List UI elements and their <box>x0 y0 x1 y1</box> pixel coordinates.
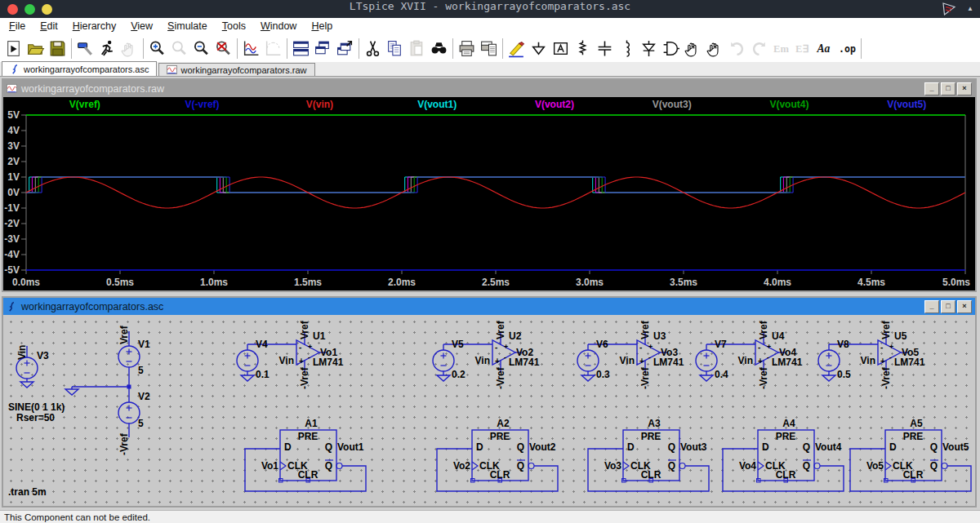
paste-button[interactable] <box>406 37 428 60</box>
pin-qbar: Q <box>517 460 524 472</box>
menu-edit[interactable]: Edit <box>33 20 65 32</box>
menu-file[interactable]: File <box>2 20 33 32</box>
run-button[interactable] <box>96 37 118 60</box>
ground-button[interactable] <box>528 37 550 60</box>
sch-label: - <box>504 353 506 361</box>
inductor-button[interactable] <box>616 37 638 60</box>
x-tick-label: 4.0ms <box>764 277 791 288</box>
collapse-arrow-icon[interactable]: ▲ <box>967 5 973 12</box>
print-preview-icon <box>479 39 498 58</box>
waveform-window-titlebar[interactable]: workingarrayofcomparators.raw _ □ × <box>3 80 975 97</box>
spice-directive-button[interactable]: .op <box>836 37 858 60</box>
sch-label: + <box>639 357 644 366</box>
zoom-fit-button[interactable] <box>212 37 234 60</box>
close-button[interactable]: × <box>957 300 972 313</box>
trace-V(vout4) <box>26 177 965 193</box>
text-button[interactable]: Aa <box>814 37 836 60</box>
halt-button[interactable] <box>118 37 140 60</box>
plot-area[interactable]: 5V4V3V2V1V0V-1V-2V-3V-4V-5V0.0ms0.5ms1.0… <box>3 97 975 290</box>
maximize-button[interactable]: □ <box>941 300 956 313</box>
schematic-window-titlebar[interactable]: workingarrayofcomparators.asc _ □ × <box>3 298 975 315</box>
waveform-file-icon <box>7 83 17 94</box>
pin-clr: CLR <box>490 469 510 481</box>
save-button[interactable] <box>47 37 69 60</box>
opamp-vin-label: Vin <box>279 355 294 366</box>
minimize-button[interactable]: _ <box>924 82 939 95</box>
diode-button[interactable] <box>638 37 660 60</box>
threshold-value: 0.5 <box>837 369 851 380</box>
tab-waveform[interactable]: workingarrayofcomparators.raw <box>158 63 314 76</box>
menu-simulate[interactable]: Simulate <box>160 20 215 32</box>
close-button[interactable]: × <box>957 82 972 95</box>
drag-icon <box>706 39 724 58</box>
cascade-windows-button[interactable] <box>312 37 334 60</box>
capacitor-button[interactable] <box>594 37 616 60</box>
plot-settings-button[interactable] <box>262 37 284 60</box>
refdes-A5: A5 <box>910 418 923 429</box>
net-label-clk-Vo5: Vo5 <box>866 460 884 472</box>
sch-label: - <box>880 343 883 352</box>
menu-tools[interactable]: Tools <box>215 20 253 32</box>
voltage-source-V1[interactable] <box>118 346 140 367</box>
net-label-button[interactable] <box>550 37 572 60</box>
ground-symbol <box>241 375 254 381</box>
status-message: This Component can not be edited. <box>4 512 150 522</box>
resistor-button[interactable] <box>572 37 594 60</box>
schematic-canvas[interactable]: VinV3SINE(0 1 1k)Rser=50VrefV15V25-Vref.… <box>3 315 975 506</box>
menu-view[interactable]: View <box>123 20 160 32</box>
open-button[interactable] <box>24 37 47 60</box>
waveform-window-title: workingarrayofcomparators.raw <box>21 83 164 95</box>
model-label: LM741 <box>509 357 540 368</box>
refdes-A3: A3 <box>648 418 661 429</box>
titlebar[interactable]: LTspice XVII - workingarrayofcomparators… <box>0 0 980 18</box>
wire-button[interactable] <box>506 37 528 60</box>
new-schematic-button[interactable] <box>2 37 24 60</box>
svg-text:.op: .op <box>839 42 856 54</box>
refdes-U3: U3 <box>653 330 666 342</box>
tab-label: workingarrayofcomparators.raw <box>180 65 306 75</box>
voltage-source-V2[interactable] <box>118 402 140 423</box>
trace-V(vin) <box>26 177 965 208</box>
mirror-button[interactable]: Em <box>770 37 792 60</box>
pin-pre: PRE <box>298 431 318 442</box>
rotate-button[interactable]: E∃ <box>792 37 814 60</box>
toolbar-separator <box>861 38 862 59</box>
minimize-button[interactable]: _ <box>924 300 939 313</box>
waveform-plot[interactable]: V(vref)V(-vref)V(vin)V(vout1)V(vout2)V(v… <box>3 97 975 290</box>
find-button[interactable] <box>428 37 450 60</box>
control-panel-button[interactable] <box>74 37 96 60</box>
copy-button[interactable] <box>384 37 406 60</box>
cascade-expand-button[interactable] <box>334 37 356 60</box>
menu-window[interactable]: Window <box>253 20 304 32</box>
y-tick-label: -5V <box>4 264 20 276</box>
tile-windows-button[interactable] <box>290 37 312 60</box>
run-icon <box>98 39 117 58</box>
cut-button[interactable] <box>362 37 384 60</box>
pin-pre: PRE <box>776 431 796 442</box>
zoom-back-button[interactable] <box>168 37 190 60</box>
spice-directive-text: .tran 5m <box>8 486 47 498</box>
zoom-out-button[interactable] <box>190 37 212 60</box>
toolbar: EmE∃Aa.op <box>0 34 980 63</box>
drag-button[interactable] <box>704 37 726 60</box>
redo-button[interactable] <box>748 37 770 60</box>
zoom-in-button[interactable] <box>146 37 168 60</box>
y-tick-label: 3V <box>7 140 20 152</box>
autorange-y-button[interactable] <box>240 37 262 60</box>
print-preview-button[interactable] <box>478 37 500 60</box>
ground-symbol <box>700 375 713 381</box>
pin-clr: CLR <box>903 469 924 481</box>
tab-schematic[interactable]: workingarrayofcomparators.asc <box>2 61 157 76</box>
maximize-button[interactable]: □ <box>941 82 956 95</box>
undo-button[interactable] <box>726 37 748 60</box>
inductor-icon <box>617 39 636 58</box>
pin-q: Q <box>325 441 332 453</box>
ground-symbol <box>581 375 595 381</box>
menu-help[interactable]: Help <box>304 20 340 32</box>
component-button[interactable] <box>660 37 682 60</box>
menu-hierarchy[interactable]: Hierarchy <box>65 20 124 32</box>
autorange-y-icon <box>242 39 261 58</box>
move-button[interactable] <box>682 37 704 60</box>
redo-icon <box>750 39 768 58</box>
print-button[interactable] <box>456 37 478 60</box>
